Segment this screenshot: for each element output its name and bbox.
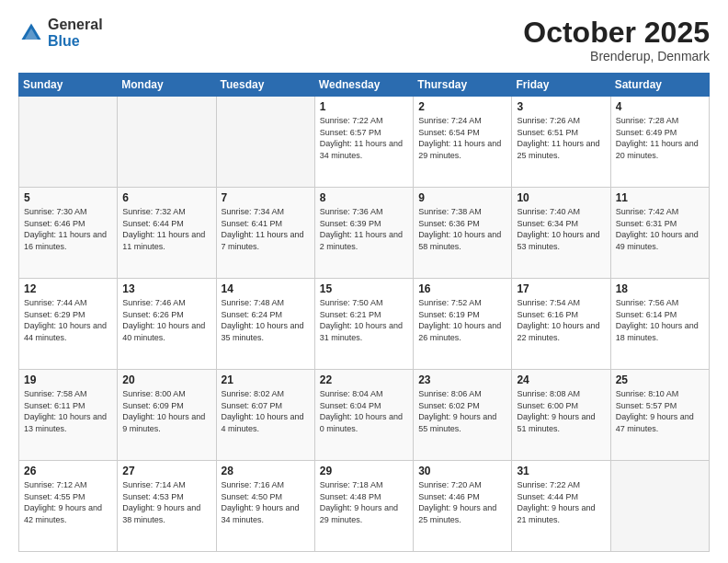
day-number: 20: [122, 373, 210, 386]
calendar-cell: 10Sunrise: 7:40 AMSunset: 6:34 PMDayligh…: [512, 188, 610, 279]
day-number: 7: [222, 191, 310, 204]
calendar-cell: [610, 461, 709, 552]
calendar-week-row: 5Sunrise: 7:30 AMSunset: 6:46 PMDaylight…: [19, 188, 710, 279]
logo: General Blue: [18, 17, 103, 49]
day-info: Sunrise: 7:26 AMSunset: 6:51 PMDaylight:…: [517, 115, 605, 161]
calendar-cell: 17Sunrise: 7:54 AMSunset: 6:16 PMDayligh…: [512, 279, 610, 370]
calendar-cell: 31Sunrise: 7:22 AMSunset: 4:44 PMDayligh…: [512, 461, 610, 552]
day-info: Sunrise: 8:10 AMSunset: 5:57 PMDaylight:…: [616, 388, 704, 434]
day-info: Sunrise: 7:12 AMSunset: 4:55 PMDaylight:…: [24, 479, 112, 525]
calendar-header-wednesday: Wednesday: [314, 74, 413, 97]
day-number: 25: [616, 373, 704, 386]
day-number: 14: [222, 282, 310, 295]
day-number: 21: [222, 373, 310, 386]
day-number: 17: [517, 282, 605, 295]
day-number: 13: [122, 282, 210, 295]
day-number: 31: [517, 465, 605, 477]
day-info: Sunrise: 7:24 AMSunset: 6:54 PMDaylight:…: [418, 115, 506, 161]
day-number: 12: [24, 282, 112, 295]
logo-blue: Blue: [48, 33, 103, 50]
main-title: October 2025: [523, 17, 710, 49]
calendar-header-row: SundayMondayTuesdayWednesdayThursdayFrid…: [19, 74, 710, 97]
day-info: Sunrise: 7:40 AMSunset: 6:34 PMDaylight:…: [517, 206, 605, 252]
day-number: 11: [616, 191, 704, 204]
day-number: 19: [24, 373, 112, 386]
calendar-cell: 1Sunrise: 7:22 AMSunset: 6:57 PMDaylight…: [314, 97, 413, 188]
calendar-cell: 23Sunrise: 8:06 AMSunset: 6:02 PMDayligh…: [414, 370, 512, 461]
calendar-cell: 15Sunrise: 7:50 AMSunset: 6:21 PMDayligh…: [314, 279, 413, 370]
calendar-week-row: 26Sunrise: 7:12 AMSunset: 4:55 PMDayligh…: [19, 461, 710, 552]
day-number: 1: [320, 100, 408, 113]
day-info: Sunrise: 7:46 AMSunset: 6:26 PMDaylight:…: [122, 297, 210, 343]
calendar-cell: 30Sunrise: 7:20 AMSunset: 4:46 PMDayligh…: [414, 461, 512, 552]
day-number: 24: [517, 373, 605, 386]
calendar-header-sunday: Sunday: [19, 74, 118, 97]
day-number: 2: [418, 100, 506, 113]
calendar-cell: 16Sunrise: 7:52 AMSunset: 6:19 PMDayligh…: [414, 279, 512, 370]
calendar-cell: 14Sunrise: 7:48 AMSunset: 6:24 PMDayligh…: [216, 279, 314, 370]
day-number: 22: [320, 373, 408, 386]
calendar-cell: 25Sunrise: 8:10 AMSunset: 5:57 PMDayligh…: [610, 370, 709, 461]
calendar-cell: [216, 97, 314, 188]
day-info: Sunrise: 7:36 AMSunset: 6:39 PMDaylight:…: [320, 206, 408, 252]
calendar-cell: 7Sunrise: 7:34 AMSunset: 6:41 PMDaylight…: [216, 188, 314, 279]
day-info: Sunrise: 7:50 AMSunset: 6:21 PMDaylight:…: [320, 297, 408, 343]
calendar-cell: 11Sunrise: 7:42 AMSunset: 6:31 PMDayligh…: [610, 188, 709, 279]
logo-text: General Blue: [48, 17, 103, 49]
day-number: 23: [418, 373, 506, 386]
day-info: Sunrise: 7:42 AMSunset: 6:31 PMDaylight:…: [616, 206, 704, 252]
day-info: Sunrise: 7:20 AMSunset: 4:46 PMDaylight:…: [418, 479, 506, 525]
day-number: 4: [616, 100, 704, 113]
day-info: Sunrise: 7:28 AMSunset: 6:49 PMDaylight:…: [616, 115, 704, 161]
day-info: Sunrise: 7:52 AMSunset: 6:19 PMDaylight:…: [418, 297, 506, 343]
calendar-cell: 22Sunrise: 8:04 AMSunset: 6:04 PMDayligh…: [314, 370, 413, 461]
calendar-cell: 29Sunrise: 7:18 AMSunset: 4:48 PMDayligh…: [314, 461, 413, 552]
day-info: Sunrise: 7:18 AMSunset: 4:48 PMDaylight:…: [320, 479, 408, 525]
calendar-header-saturday: Saturday: [610, 74, 709, 97]
day-number: 29: [320, 465, 408, 477]
logo-general: General: [48, 17, 103, 33]
logo-icon: [18, 20, 44, 46]
calendar-cell: 28Sunrise: 7:16 AMSunset: 4:50 PMDayligh…: [216, 461, 314, 552]
day-info: Sunrise: 7:30 AMSunset: 6:46 PMDaylight:…: [24, 206, 112, 252]
page: General Blue October 2025 Brenderup, Den…: [0, 0, 728, 563]
day-info: Sunrise: 7:34 AMSunset: 6:41 PMDaylight:…: [222, 206, 310, 252]
calendar-header-thursday: Thursday: [414, 74, 512, 97]
header: General Blue October 2025 Brenderup, Den…: [18, 17, 710, 63]
calendar-table: SundayMondayTuesdayWednesdayThursdayFrid…: [18, 73, 710, 552]
calendar-week-row: 19Sunrise: 7:58 AMSunset: 6:11 PMDayligh…: [19, 370, 710, 461]
day-number: 10: [517, 191, 605, 204]
day-number: 6: [122, 191, 210, 204]
day-info: Sunrise: 8:00 AMSunset: 6:09 PMDaylight:…: [122, 388, 210, 434]
calendar-cell: 21Sunrise: 8:02 AMSunset: 6:07 PMDayligh…: [216, 370, 314, 461]
calendar-week-row: 1Sunrise: 7:22 AMSunset: 6:57 PMDaylight…: [19, 97, 710, 188]
calendar-cell: 12Sunrise: 7:44 AMSunset: 6:29 PMDayligh…: [19, 279, 118, 370]
day-number: 16: [418, 282, 506, 295]
calendar-cell: 27Sunrise: 7:14 AMSunset: 4:53 PMDayligh…: [118, 461, 216, 552]
day-info: Sunrise: 7:56 AMSunset: 6:14 PMDaylight:…: [616, 297, 704, 343]
subtitle: Brenderup, Denmark: [523, 49, 710, 63]
day-info: Sunrise: 7:22 AMSunset: 6:57 PMDaylight:…: [320, 115, 408, 161]
calendar-header-tuesday: Tuesday: [216, 74, 314, 97]
day-info: Sunrise: 7:22 AMSunset: 4:44 PMDaylight:…: [517, 479, 605, 525]
calendar-cell: [19, 97, 118, 188]
day-number: 28: [222, 465, 310, 477]
day-info: Sunrise: 7:32 AMSunset: 6:44 PMDaylight:…: [122, 206, 210, 252]
day-number: 27: [122, 465, 210, 477]
calendar-header-monday: Monday: [118, 74, 216, 97]
calendar-cell: 24Sunrise: 8:08 AMSunset: 6:00 PMDayligh…: [512, 370, 610, 461]
day-number: 8: [320, 191, 408, 204]
day-info: Sunrise: 8:06 AMSunset: 6:02 PMDaylight:…: [418, 388, 506, 434]
calendar-cell: 4Sunrise: 7:28 AMSunset: 6:49 PMDaylight…: [610, 97, 709, 188]
calendar-header-friday: Friday: [512, 74, 610, 97]
calendar-cell: 8Sunrise: 7:36 AMSunset: 6:39 PMDaylight…: [314, 188, 413, 279]
day-info: Sunrise: 8:08 AMSunset: 6:00 PMDaylight:…: [517, 388, 605, 434]
day-info: Sunrise: 7:14 AMSunset: 4:53 PMDaylight:…: [122, 479, 210, 525]
day-info: Sunrise: 8:02 AMSunset: 6:07 PMDaylight:…: [222, 388, 310, 434]
calendar-cell: 20Sunrise: 8:00 AMSunset: 6:09 PMDayligh…: [118, 370, 216, 461]
day-number: 15: [320, 282, 408, 295]
day-number: 30: [418, 465, 506, 477]
calendar-cell: 26Sunrise: 7:12 AMSunset: 4:55 PMDayligh…: [19, 461, 118, 552]
calendar-cell: 2Sunrise: 7:24 AMSunset: 6:54 PMDaylight…: [414, 97, 512, 188]
day-info: Sunrise: 7:38 AMSunset: 6:36 PMDaylight:…: [418, 206, 506, 252]
